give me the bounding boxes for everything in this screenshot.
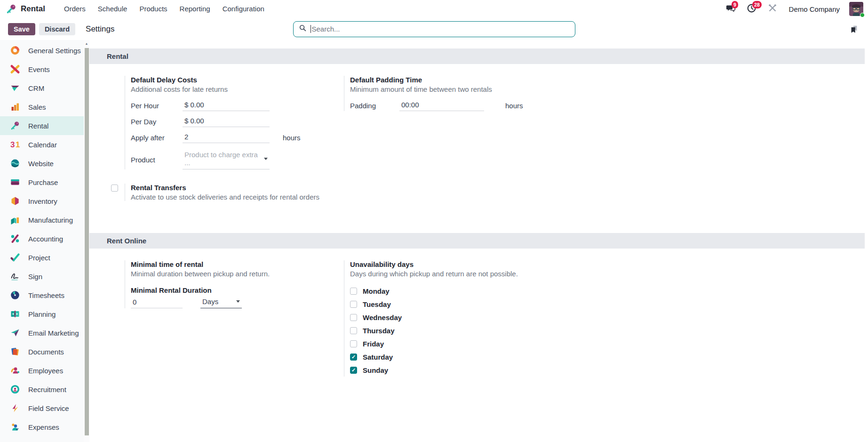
rental-settings-grid: Default Delay Costs Additional costs for…	[89, 64, 868, 225]
per-day-label: Per Day	[131, 118, 183, 126]
sidebar-item-website[interactable]: Website	[0, 154, 84, 173]
scroll-up-arrow[interactable]: ▲	[84, 40, 89, 47]
day-checkbox-monday[interactable]	[350, 288, 357, 295]
purchase-icon	[10, 177, 20, 187]
padding-unit: hours	[505, 102, 523, 110]
company-name[interactable]: Demo Company	[789, 5, 840, 13]
sidebar-item-purchase[interactable]: Purchase	[0, 173, 84, 192]
tools-icon	[768, 3, 777, 15]
workspace: General Settings Events CRM Sales Rental	[0, 40, 868, 442]
default-padding-time-box: Default Padding Time Minimum amount of t…	[330, 76, 584, 111]
rental-transfers-desc: Activate to use stock deliveries and rec…	[131, 193, 330, 201]
page-title: Settings	[86, 24, 114, 34]
settings-sidebar: General Settings Events CRM Sales Rental	[0, 40, 89, 442]
sidebar-item-sales[interactable]: Sales	[0, 97, 84, 116]
sidebar-scrollbar[interactable]: ▲	[84, 40, 89, 442]
sidebar-item-email-marketing[interactable]: Email Marketing	[0, 323, 84, 342]
favorites-bookmark-icon[interactable]	[849, 24, 859, 36]
top-navbar: Rental Orders Schedule Products Reportin…	[0, 0, 868, 18]
day-checkbox-wednesday[interactable]	[350, 314, 357, 321]
menu-item-products[interactable]: Products	[139, 0, 167, 18]
per-hour-label: Per Hour	[131, 102, 183, 110]
menu-item-configuration[interactable]: Configuration	[223, 0, 264, 18]
sidebar-item-crm[interactable]: CRM	[0, 79, 84, 97]
rental-icon	[10, 121, 20, 131]
sidebar-item-events[interactable]: Events	[0, 60, 84, 79]
top-menu: Orders Schedule Products Reporting Confi…	[64, 0, 264, 18]
rent-online-settings-grid: Minimal time of rental Minimal duration …	[89, 249, 868, 400]
day-checkbox-saturday[interactable]	[350, 354, 357, 361]
crm-icon	[10, 83, 20, 93]
rental-transfers-box: Rental Transfers Activate to use stock d…	[111, 184, 330, 201]
save-button[interactable]: Save	[8, 23, 35, 35]
day-checkbox-sunday[interactable]	[350, 367, 357, 374]
apply-after-input[interactable]	[183, 132, 270, 143]
discard-button[interactable]: Discard	[39, 23, 75, 35]
messages-button[interactable]: 9	[725, 3, 737, 15]
day-row-thursday: Thursday	[350, 324, 584, 337]
sidebar-item-sign[interactable]: Sign	[0, 267, 84, 286]
activities-button[interactable]: 28	[746, 3, 758, 15]
minimal-time-box: Minimal time of rental Minimal duration …	[111, 260, 330, 308]
general-settings-icon	[10, 45, 20, 56]
search-box[interactable]	[293, 21, 575, 37]
default-delay-costs-box: Default Delay Costs Additional costs for…	[111, 76, 330, 169]
documents-icon	[10, 346, 20, 357]
sidebar-item-employees[interactable]: Employees	[0, 361, 84, 380]
menu-item-schedule[interactable]: Schedule	[98, 0, 127, 18]
sales-icon	[10, 102, 20, 112]
unavailability-desc: Days during which pickup and return are …	[350, 270, 584, 278]
sidebar-item-rental[interactable]: Rental	[0, 116, 84, 135]
sidebar-item-expenses[interactable]: Expenses	[0, 418, 84, 436]
menu-item-reporting[interactable]: Reporting	[180, 0, 210, 18]
sidebar-item-accounting[interactable]: Accounting	[0, 229, 84, 248]
sidebar-item-manufacturing[interactable]: Manufacturing	[0, 210, 84, 229]
minimal-time-title: Minimal time of rental	[131, 260, 330, 268]
per-day-input[interactable]	[183, 116, 270, 127]
online-status-dot	[860, 13, 865, 17]
planning-icon	[10, 309, 20, 319]
field-service-icon	[10, 403, 20, 413]
duration-unit-select[interactable]: Days	[200, 297, 242, 308]
inventory-icon	[10, 196, 20, 206]
section-header-rental: Rental	[89, 48, 865, 64]
sidebar-item-inventory[interactable]: Inventory	[0, 192, 84, 210]
activities-count-badge: 28	[752, 1, 762, 8]
day-row-saturday: Saturday	[350, 350, 584, 363]
sidebar-item-documents[interactable]: Documents	[0, 342, 84, 361]
sidebar-item-planning[interactable]: Planning	[0, 305, 84, 323]
user-avatar[interactable]	[849, 2, 863, 16]
rental-transfers-checkbox[interactable]	[111, 185, 118, 192]
control-bar: Save Discard Settings	[0, 18, 868, 40]
sidebar-item-field-service[interactable]: Field Service	[0, 399, 84, 418]
app-brand[interactable]: Rental	[6, 3, 45, 15]
timesheets-icon	[10, 290, 20, 300]
minimal-duration-label: Minimal Rental Duration	[131, 286, 330, 294]
recruitment-icon	[10, 384, 20, 394]
per-hour-input[interactable]	[183, 100, 270, 111]
padding-label: Padding	[350, 102, 399, 110]
scrollbar-thumb[interactable]	[85, 48, 89, 435]
chevron-down-icon	[236, 300, 240, 303]
day-row-monday: Monday	[350, 284, 584, 297]
search-input[interactable]	[312, 25, 570, 33]
padding-input[interactable]	[399, 100, 484, 111]
day-checkbox-thursday[interactable]	[350, 327, 357, 334]
sign-icon	[10, 271, 20, 281]
day-checkbox-friday[interactable]	[350, 340, 357, 347]
sidebar-item-general-settings[interactable]: General Settings	[0, 41, 84, 60]
day-checkbox-tuesday[interactable]	[350, 301, 357, 308]
menu-item-orders[interactable]: Orders	[64, 0, 86, 18]
sidebar-item-recruitment[interactable]: Recruitment	[0, 380, 84, 399]
sidebar-item-project[interactable]: Project	[0, 248, 84, 267]
sidebar-item-timesheets[interactable]: Timesheets	[0, 286, 84, 305]
product-dropdown[interactable]: Product to charge extra ...	[183, 150, 270, 169]
project-icon	[10, 252, 20, 263]
sidebar-item-calendar[interactable]: 31 Calendar	[0, 135, 84, 154]
chevron-down-icon	[264, 158, 268, 160]
text-cursor	[311, 25, 311, 33]
app-name: Rental	[21, 4, 45, 14]
minimal-duration-input[interactable]	[131, 297, 183, 308]
rental-transfers-title: Rental Transfers	[131, 184, 330, 192]
debug-tools-button[interactable]	[766, 3, 779, 15]
